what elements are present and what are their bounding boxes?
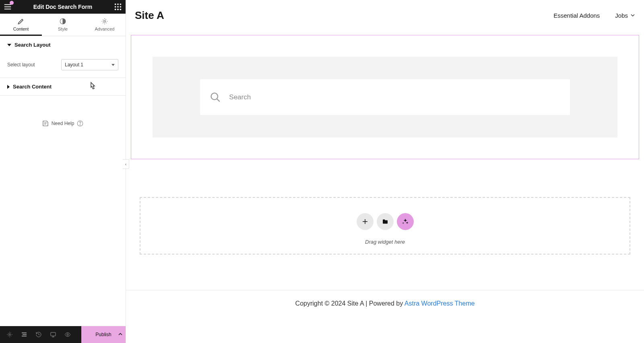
- preview-area: Site A Essential Addons Jobs: [126, 0, 644, 343]
- collapse-panel-button[interactable]: ‹: [123, 159, 129, 169]
- publish-label: Publish: [95, 332, 111, 337]
- navigator-icon[interactable]: [17, 326, 31, 343]
- sparkle-icon: [402, 218, 409, 225]
- nav-essential-addons[interactable]: Essential Addons: [553, 12, 600, 19]
- search-icon: [210, 91, 221, 103]
- site-footer: Copyright © 2024 Site A | Powered by Ast…: [126, 290, 644, 317]
- panel-title: Edit Doc Search Form: [33, 4, 92, 10]
- site-title[interactable]: Site A: [135, 9, 164, 22]
- svg-point-22: [67, 334, 68, 335]
- svg-rect-19: [51, 333, 56, 336]
- svg-point-13: [104, 21, 106, 23]
- chevron-down-icon: [630, 13, 635, 18]
- tab-advanced[interactable]: Advanced: [84, 14, 126, 36]
- responsive-icon[interactable]: [46, 326, 60, 343]
- chevron-up-icon: [118, 332, 122, 337]
- caret-down-icon: [7, 44, 11, 46]
- svg-point-7: [117, 6, 119, 8]
- widget-selection-outline[interactable]: [131, 35, 639, 159]
- add-widget-button[interactable]: [357, 213, 374, 230]
- panel-footer: Publish: [0, 326, 126, 343]
- svg-line-24: [217, 99, 220, 101]
- svg-point-23: [211, 93, 218, 100]
- svg-point-11: [120, 9, 122, 10]
- select-layout-dropdown[interactable]: Layout 1: [61, 59, 118, 70]
- panel-header: Edit Doc Search Form: [0, 0, 126, 14]
- search-box[interactable]: [200, 79, 570, 115]
- svg-point-17: [80, 125, 80, 125]
- hamburger-icon[interactable]: [3, 2, 12, 11]
- footer-text: Copyright © 2024 Site A | Powered by: [295, 300, 405, 307]
- dropzone-label: Drag widget here: [365, 239, 405, 245]
- section-search-content: Search Content: [0, 78, 126, 96]
- site-nav: Essential Addons Jobs: [553, 12, 635, 19]
- search-input[interactable]: [229, 93, 560, 101]
- section-title: Search Content: [13, 84, 52, 90]
- footer-theme-link[interactable]: Astra WordPress Theme: [405, 300, 475, 307]
- svg-point-9: [115, 9, 116, 10]
- svg-point-5: [120, 4, 122, 5]
- select-value: Layout 1: [65, 62, 83, 68]
- svg-point-18: [9, 334, 10, 335]
- svg-point-4: [117, 4, 119, 5]
- publish-button[interactable]: Publish: [81, 326, 126, 343]
- settings-icon[interactable]: [2, 326, 17, 343]
- caret-right-icon: [7, 85, 10, 89]
- tab-label: Style: [58, 27, 68, 31]
- site-header: Site A Essential Addons Jobs: [126, 0, 644, 31]
- apps-grid-icon[interactable]: [114, 2, 122, 11]
- control-label: Select layout: [7, 62, 35, 68]
- svg-point-10: [117, 9, 119, 10]
- svg-point-8: [120, 6, 122, 8]
- section-title: Search Layout: [14, 42, 51, 48]
- plus-icon: [361, 218, 369, 225]
- doc-search-widget: [153, 57, 617, 138]
- control-select-layout: Select layout Layout 1: [7, 59, 118, 70]
- editor-panel: Edit Doc Search Form Content Style Advan…: [0, 0, 126, 343]
- ai-button[interactable]: [397, 213, 414, 230]
- folder-icon: [382, 218, 388, 225]
- template-library-button[interactable]: [377, 213, 394, 230]
- help-circle-icon: [76, 120, 84, 127]
- section-toggle[interactable]: Search Content: [0, 78, 126, 95]
- preview-icon[interactable]: [60, 326, 75, 343]
- tab-style[interactable]: Style: [42, 14, 84, 36]
- need-help-label: Need Help: [52, 121, 74, 126]
- tab-label: Advanced: [95, 27, 115, 31]
- svg-point-6: [115, 6, 116, 8]
- need-help-link[interactable]: Need Help: [0, 120, 126, 127]
- svg-point-3: [115, 4, 116, 5]
- panel-tabs: Content Style Advanced: [0, 14, 126, 36]
- section-toggle[interactable]: Search Layout: [0, 36, 126, 53]
- chevron-down-icon: [111, 64, 115, 66]
- history-icon[interactable]: [31, 326, 46, 343]
- tab-content[interactable]: Content: [0, 14, 42, 36]
- tab-label: Content: [13, 27, 29, 31]
- widget-dropzone[interactable]: Drag widget here: [140, 197, 630, 255]
- nav-jobs[interactable]: Jobs: [615, 12, 635, 19]
- section-search-layout: Search Layout Select layout Layout 1: [0, 36, 126, 78]
